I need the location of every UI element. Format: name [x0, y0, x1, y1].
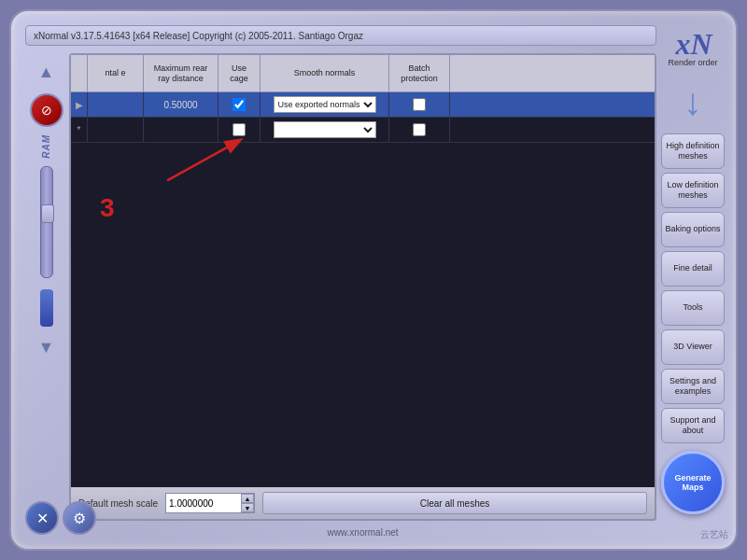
row-name-2	[88, 118, 144, 142]
tools-button[interactable]: Tools	[661, 290, 725, 326]
settings-examples-button[interactable]: Settings and examples	[661, 369, 725, 404]
3d-viewer-button[interactable]: 3D Viewer	[661, 329, 725, 365]
row-use-cage-2[interactable]	[218, 118, 261, 142]
ram-label: RAM	[41, 134, 51, 159]
scale-input[interactable]	[166, 494, 241, 512]
spinner-down-btn[interactable]: ▼	[241, 503, 254, 512]
smooth-normals-select-2[interactable]: Use exported normals Smooth normals Hard…	[274, 121, 376, 138]
ram-slider-thumb[interactable]	[41, 204, 54, 223]
scroll-up-arrow[interactable]: ▲	[33, 58, 61, 86]
col-header-indicator	[71, 55, 88, 91]
bottom-bar: Default mesh scale ▲ ▼ Clear all meshes	[69, 487, 656, 521]
row-smooth[interactable]: Use exported normals Smooth normals Hard…	[261, 92, 389, 117]
row-batch-2[interactable]	[389, 118, 450, 142]
title-text: xNormal v3.17.5.41643 [x64 Release] Copy…	[34, 31, 363, 41]
clear-all-meshes-button[interactable]: Clear all meshes	[262, 492, 647, 514]
scale-spinners: ▲ ▼	[241, 494, 254, 512]
row-batch[interactable]	[389, 92, 450, 117]
ram-indicator	[40, 289, 53, 327]
watermark: 云艺站	[700, 528, 728, 541]
row-smooth-2[interactable]: Use exported normals Smooth normals Hard…	[261, 118, 389, 142]
row-name	[88, 92, 144, 117]
render-order-label: Render order	[668, 58, 717, 68]
bottom-icon-2[interactable]: ⚙	[63, 501, 96, 535]
bottom-left-icons: ✕ ⚙	[25, 501, 96, 535]
right-sidebar: Render order ↓ High definition meshes Lo…	[659, 58, 726, 514]
annotation-3: 3	[100, 193, 115, 223]
table-header: ntal e Maximum rear ray distance Use cag…	[71, 55, 655, 92]
support-about-button[interactable]: Support and about	[661, 408, 725, 443]
scale-input-wrap: ▲ ▼	[165, 493, 255, 513]
low-definition-meshes-button[interactable]: Low definition meshes	[661, 173, 725, 208]
bottom-icon-1[interactable]: ✕	[25, 501, 59, 535]
high-definition-meshes-button[interactable]: High definition meshes	[661, 133, 725, 169]
row-max-rear-2	[144, 118, 218, 142]
fine-detail-button[interactable]: Fine detail	[661, 251, 725, 287]
main-content-area: ntal e Maximum rear ray distance Use cag…	[69, 53, 656, 521]
col-header-usecage: Use cage	[218, 55, 261, 91]
col-header-smooth: Smooth normals	[261, 55, 389, 91]
row-max-rear: 0.50000	[144, 92, 218, 117]
baking-options-button[interactable]: Baking options	[661, 212, 725, 247]
left-sidebar: ▲ ⊘ RAM ▼	[25, 58, 67, 515]
footer-url: www.xnormal.net	[327, 527, 398, 538]
batch-checkbox-1[interactable]	[413, 98, 426, 111]
footer: www.xnormal.net	[69, 527, 656, 538]
scroll-down-arrow[interactable]: ▼	[33, 334, 61, 362]
ram-slider[interactable]	[40, 166, 53, 278]
row-indicator: ▶	[71, 92, 88, 117]
stop-icon[interactable]: ⊘	[30, 93, 63, 127]
row-indicator-2: *	[71, 118, 88, 142]
col-header-name: ntal e	[88, 55, 144, 91]
table-row[interactable]: * Use exported normals Smooth normals Ha…	[71, 118, 655, 143]
title-bar: xNormal v3.17.5.41643 [x64 Release] Copy…	[25, 25, 656, 46]
use-cage-checkbox[interactable]	[233, 98, 246, 111]
spinner-up-btn[interactable]: ▲	[241, 494, 254, 503]
batch-checkbox-2[interactable]	[413, 123, 426, 136]
outer-frame: xN xNormal v3.17.5.41643 [x64 Release] C…	[9, 9, 738, 551]
col-header-maxrear: Maximum rear ray distance	[144, 55, 218, 91]
table-body: ▶ 0.50000 Use exported normals Smooth no…	[71, 92, 655, 500]
generate-maps-button[interactable]: Generate Maps	[661, 451, 725, 514]
col-header-batch: Batch protection	[389, 55, 450, 91]
use-cage-checkbox-2[interactable]	[233, 123, 246, 136]
smooth-normals-select[interactable]: Use exported normals Smooth normals Hard…	[274, 96, 376, 113]
render-order-arrow-icon: ↓	[679, 74, 707, 130]
table-row[interactable]: ▶ 0.50000 Use exported normals Smooth no…	[71, 92, 655, 118]
row-use-cage[interactable]	[218, 92, 261, 117]
